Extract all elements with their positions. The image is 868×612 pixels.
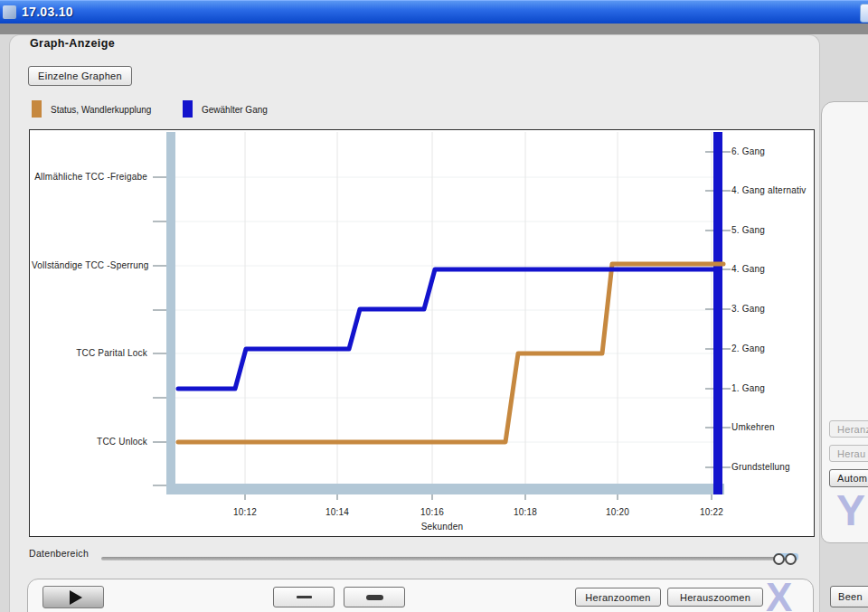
titlebar-title: 17.03.10 [22, 5, 73, 19]
thick-dash-icon [366, 595, 383, 600]
right-axis-label: 1. Gang [731, 383, 765, 393]
left-axis-label: TCC Unlock [32, 437, 147, 447]
x-axis-title: Sekunden [397, 522, 487, 532]
right-axis-label: Grundstellung [731, 462, 790, 472]
play-button[interactable] [42, 586, 104, 608]
app-window: 17.03.10 Graph-Anzeige Einzelne Graphen … [0, 0, 868, 612]
y-zoom-out-button[interactable]: Herau [829, 445, 868, 462]
legend-label-gewaehlter-gang: Gewählter Gang [202, 105, 268, 115]
left-axis-label: TCC Parital Lock [32, 348, 147, 358]
y-zoom-in-button[interactable]: Heranz [829, 420, 868, 438]
x-tick-label: 10:20 [595, 507, 640, 517]
right-axis-label: 2. Gang [731, 344, 765, 353]
titlebar: 17.03.10 [0, 0, 868, 24]
datenbereich-label: Datenbereich [29, 548, 89, 559]
y-axis-side-panel: Heranz Herau Autom Y [821, 101, 868, 543]
beenden-button[interactable]: Been [830, 586, 868, 607]
data-range-handle-left[interactable] [773, 553, 785, 565]
data-range-slider-track[interactable] [101, 557, 794, 560]
zoom-out-button[interactable]: Herauszoomen [667, 588, 763, 607]
x-tick-label: 10:14 [315, 507, 360, 517]
x-tick-label: 10:12 [222, 507, 268, 517]
right-axis-label: Umkehren [731, 422, 775, 432]
right-axis-label: 4. Gang alternativ [731, 185, 807, 195]
right-axis-label: 4. Gang [731, 264, 765, 274]
right-axis-label: 3. Gang [731, 304, 765, 314]
x-tick-label: 10:22 [689, 507, 734, 517]
page-title: Graph-Anzeige [30, 37, 115, 50]
x-tick-label: 10:16 [410, 507, 455, 517]
play-icon [70, 590, 82, 605]
thin-line-button[interactable] [273, 587, 335, 607]
y-axis-letter: Y [836, 485, 865, 535]
data-range-handle-right[interactable] [785, 553, 797, 565]
y-auto-button[interactable]: Autom [829, 469, 868, 487]
graph-plot-area[interactable]: Allmähliche TCC -FreigabeVollständige TC… [29, 129, 815, 537]
left-axis-label: Vollständige TCC -Sperrung [32, 260, 147, 270]
zoom-in-button[interactable]: Heranzoomen [575, 588, 661, 607]
thin-dash-icon [297, 596, 312, 598]
right-axis-label: 5. Gang [731, 225, 765, 235]
titlebar-button-partial[interactable] [860, 4, 868, 23]
einzelne-graphen-button[interactable]: Einzelne Graphen [28, 66, 132, 86]
legend-swatch-gewaehlter-gang [183, 100, 193, 118]
legend-label-wandlerkupplung: Status, Wandlerkupplung [51, 105, 151, 115]
graph-canvas [30, 130, 814, 536]
x-tick-label: 10:18 [503, 507, 548, 517]
legend-swatch-wandlerkupplung [32, 100, 42, 118]
thick-line-button[interactable] [344, 587, 405, 607]
app-icon [3, 5, 16, 19]
x-axis-letter: X [766, 575, 792, 612]
menu-strip [0, 24, 868, 34]
left-axis-label: Allmähliche TCC -Freigabe [32, 172, 147, 182]
right-axis-label: 6. Gang [731, 146, 765, 156]
